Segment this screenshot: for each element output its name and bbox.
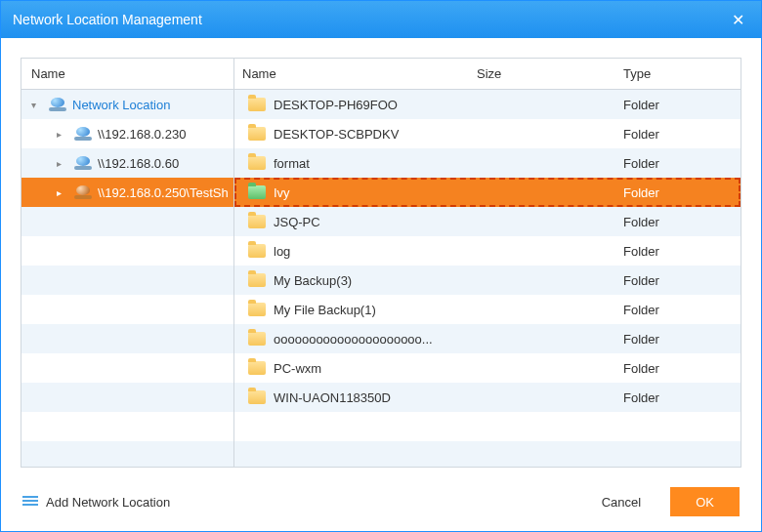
chevron-down-icon[interactable]: ▾ [31, 100, 45, 110]
list-item-type: Folder [623, 185, 741, 200]
cancel-button[interactable]: Cancel [576, 487, 666, 516]
tree-item-label: \\192.168.0.250\TestSh [98, 185, 229, 200]
folder-icon [248, 390, 266, 404]
folder-icon [248, 361, 266, 375]
network-icon [74, 127, 92, 141]
folder-icon [248, 244, 266, 258]
folder-icon [248, 127, 266, 141]
list-item-name: WIN-UAON118350D [274, 390, 391, 405]
empty-row [21, 207, 233, 236]
add-network-location-link[interactable]: Add Network Location [22, 495, 170, 510]
add-link-label: Add Network Location [46, 495, 170, 510]
tree-item-label: \\192.168.0.60 [98, 156, 179, 171]
empty-row [234, 441, 741, 467]
col-header-name[interactable]: Name [234, 66, 477, 81]
folder-icon [248, 303, 266, 316]
list-row[interactable]: IvyFolder [234, 178, 741, 207]
tree-item[interactable]: ▸\\192.168.0.60 [21, 148, 233, 178]
close-icon[interactable]: ✕ [726, 11, 749, 29]
list-row[interactable]: JSQ-PCFolder [234, 207, 741, 236]
list-item-name: DESKTOP-PH69FOO [274, 98, 398, 112]
chevron-right-icon[interactable]: ▸ [57, 158, 70, 169]
list-panel: Name Size Type DESKTOP-PH69FOOFolderDESK… [234, 59, 741, 467]
empty-row [21, 383, 233, 412]
window: Network Location Management ✕ Name ▾ Net… [0, 0, 762, 532]
tree-root-label: Network Location [72, 98, 170, 112]
tree-item-label: \\192.168.0.230 [98, 127, 186, 142]
folder-icon [248, 98, 266, 111]
empty-row [21, 324, 233, 353]
empty-row [21, 295, 233, 324]
tree-header: Name [21, 59, 233, 90]
list-item-name: DESKTOP-SCBPDKV [274, 127, 399, 142]
empty-row [234, 412, 741, 441]
folder-icon [248, 185, 266, 199]
list-item-name: ooooooooooooooooooooo... [274, 332, 433, 347]
empty-row [21, 266, 233, 295]
list-row[interactable]: PC-wxmFolder [234, 353, 741, 383]
list-item-name: log [274, 244, 290, 259]
list-item-type: Folder [623, 332, 741, 347]
footer: Add Network Location Cancel OK [1, 472, 761, 531]
list-icon [22, 496, 38, 508]
body: Name ▾ Network Location ▸\\192.168.0.230… [1, 38, 761, 468]
list-item-type: Folder [623, 127, 741, 142]
network-icon [49, 98, 66, 111]
tree-header-name: Name [31, 66, 65, 81]
empty-row [21, 353, 233, 383]
titlebar: Network Location Management ✕ [1, 1, 761, 38]
folder-icon [248, 215, 266, 228]
list-row[interactable]: WIN-UAON118350DFolder [234, 383, 741, 412]
list-row[interactable]: My Backup(3)Folder [234, 266, 741, 295]
list-item-type: Folder [623, 390, 741, 405]
empty-row [21, 412, 233, 441]
col-header-size[interactable]: Size [477, 66, 623, 81]
list-row[interactable]: My File Backup(1)Folder [234, 295, 741, 324]
list-item-type: Folder [623, 244, 741, 259]
list-row[interactable]: DESKTOP-PH69FOOFolder [234, 90, 741, 119]
panels: Name ▾ Network Location ▸\\192.168.0.230… [21, 58, 741, 468]
list-item-name: My File Backup(1) [274, 303, 376, 317]
list-row[interactable]: ooooooooooooooooooooo...Folder [234, 324, 741, 353]
empty-row [21, 441, 233, 467]
list-item-type: Folder [623, 98, 741, 112]
list-item-name: format [274, 156, 310, 171]
list-row[interactable]: DESKTOP-SCBPDKVFolder [234, 119, 741, 148]
window-title: Network Location Management [13, 12, 726, 27]
list-item-name: Ivy [274, 185, 290, 200]
network-icon [74, 185, 92, 199]
list-item-type: Folder [623, 361, 741, 376]
list-item-name: PC-wxm [274, 361, 321, 376]
folder-icon [248, 273, 266, 287]
col-header-type[interactable]: Type [623, 66, 741, 81]
list-item-type: Folder [623, 215, 741, 229]
folder-icon [248, 156, 266, 170]
tree-item[interactable]: ▸\\192.168.0.250\TestSh [21, 178, 233, 207]
tree-panel: Name ▾ Network Location ▸\\192.168.0.230… [21, 59, 234, 467]
tree-item[interactable]: ▸\\192.168.0.230 [21, 119, 233, 148]
list-row[interactable]: logFolder [234, 236, 741, 266]
list-header: Name Size Type [234, 59, 741, 90]
chevron-right-icon[interactable]: ▸ [57, 187, 70, 198]
ok-button[interactable]: OK [670, 487, 740, 516]
list-item-name: My Backup(3) [274, 273, 352, 288]
list-item-name: JSQ-PC [274, 215, 320, 229]
folder-icon [248, 332, 266, 346]
list-body: DESKTOP-PH69FOOFolderDESKTOP-SCBPDKVFold… [234, 90, 741, 467]
tree-body: ▾ Network Location ▸\\192.168.0.230▸\\19… [21, 90, 233, 467]
list-item-type: Folder [623, 156, 741, 171]
chevron-right-icon[interactable]: ▸ [57, 129, 70, 140]
list-row[interactable]: formatFolder [234, 148, 741, 178]
empty-row [21, 236, 233, 266]
tree-root[interactable]: ▾ Network Location [21, 90, 233, 119]
list-item-type: Folder [623, 273, 741, 288]
list-item-type: Folder [623, 303, 741, 317]
network-icon [74, 156, 92, 170]
